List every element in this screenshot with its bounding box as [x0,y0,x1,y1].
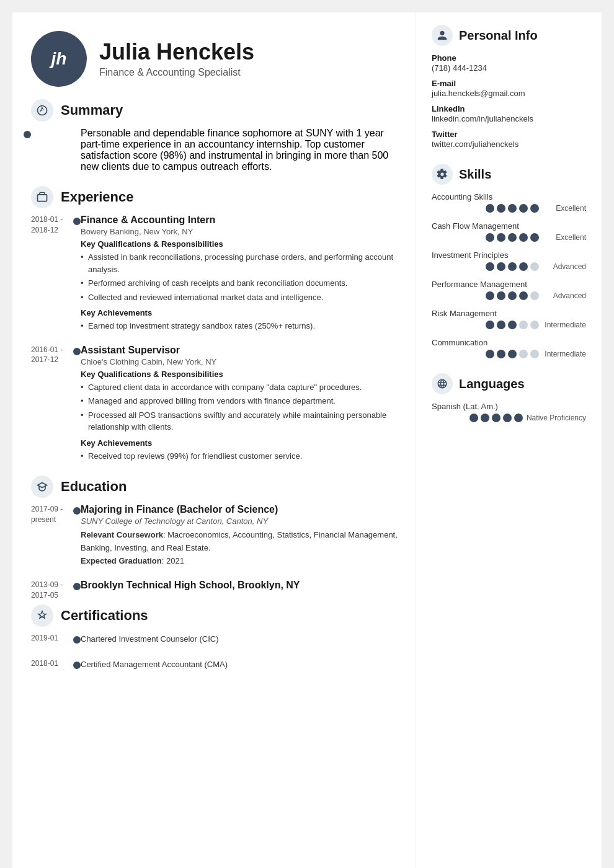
skill-dot [519,204,528,213]
left-column: jh Julia Henckels Finance & Accounting S… [12,12,416,868]
resume-container: jh Julia Henckels Finance & Accounting S… [12,12,602,868]
personal-info-fields: Phone (718) 444-1234 E-mail julia.hencke… [432,53,586,149]
languages-section: Languages Spanish (Lat. Am.) Native Prof… [432,373,586,422]
skill-dot [508,262,517,271]
timeline-dot [73,218,81,225]
experience-company: Bowery Banking, New York, NY [81,227,403,236]
skill-level: Advanced [543,262,586,271]
skill-dot [497,321,505,329]
education-degree-title: Brooklyn Technical High School, Brooklyn… [81,580,403,591]
experience-item: 2016-01 - 2017-12 Assistant Supervisor C… [81,345,403,463]
skill-dot [486,233,494,242]
list-item: Earned top investment strategy sandbox r… [81,320,403,332]
personal-info-row: E-mail julia.henckels@gmail.com [432,79,586,98]
timeline-dot [73,662,81,669]
experience-date: 2018-01 - 2018-12 [31,215,74,236]
list-item: Managed and approved billing from vendor… [81,395,403,407]
skill-dot [486,350,494,358]
timeline-dot [73,583,81,590]
skills-gear-icon [437,169,448,180]
certifications-section-header: Certifications [31,604,403,627]
skill-bar-row: Advanced [432,262,586,271]
skill-dot [508,291,517,300]
language-dots [469,414,523,422]
skill-dot [508,350,517,358]
experience-content: Finance & Accounting Intern Bowery Banki… [81,215,403,332]
list-item: Assisted in bank reconciliations, proces… [81,251,403,275]
education-icon [31,476,53,498]
skill-dot [486,204,494,213]
language-name: Spanish (Lat. Am.) [432,402,586,411]
personal-info-label: LinkedIn [432,104,586,113]
skills-icon [432,164,453,185]
personal-info-header: Personal Info [432,25,586,46]
skill-dot [486,262,494,271]
skill-bar-row: Intermediate [432,321,586,329]
education-institution: SUNY College of Technology at Canton, Ca… [81,516,403,526]
skill-name: Performance Management [432,280,586,289]
cert-content: Certified Management Accountant (CMA) [81,658,403,671]
language-level: Native Proficiency [527,414,586,422]
right-column: Personal Info Phone (718) 444-1234 E-mai… [416,12,602,868]
experience-section: Experience 2018-01 - 2018-12 Finance & A… [31,186,403,462]
list-item: Performed archiving of cash receipts and… [81,277,403,290]
certificate-icon [36,609,48,622]
cert-date: 2019-01 [31,633,74,644]
skill-item: Risk Management Intermediate [432,309,586,329]
achievements-heading: Key Achievements [81,308,403,317]
personal-info-value: linkedin.com/in/juliahenckels [432,114,586,123]
skill-item: Communication Intermediate [432,338,586,358]
achievements-heading: Key Achievements [81,438,403,448]
skill-bar-row: Excellent [432,233,586,242]
skill-dot [530,204,539,213]
timeline-dot [73,507,81,515]
skills-header: Skills [432,164,586,185]
skill-dots [486,262,539,271]
education-degree-title: Majoring in Finance (Bachelor of Science… [81,504,403,515]
certification-item: 2018-01Certified Management Accountant (… [81,658,403,671]
education-title: Education [61,479,127,495]
graduation-icon [36,480,48,493]
job-title: Finance & Accounting Specialist [99,67,254,78]
personal-info-row: Phone (718) 444-1234 [432,53,586,73]
personal-info-value: julia.henckels@gmail.com [432,89,586,98]
language-dot [481,414,489,422]
personal-info-row: LinkedIn linkedin.com/in/juliahenckels [432,104,586,123]
skill-dot [519,262,528,271]
skill-dot [497,262,505,271]
qualifications-heading: Key Qualifications & Responsibilities [81,239,403,249]
personal-info-label: Twitter [432,130,586,139]
skill-bar-row: Advanced [432,291,586,300]
personal-info-icon [432,25,453,46]
skill-level: Excellent [543,204,586,213]
skills-section: Skills Accounting Skills Excellent Cash … [432,164,586,358]
full-name: Julia Henckels [99,40,254,64]
list-item: Collected and reviewed international mar… [81,291,403,304]
cert-text: Certified Management Accountant (CMA) [81,658,403,671]
summary-section: Summary Personable and dependable financ… [31,99,403,172]
experience-timeline: 2018-01 - 2018-12 Finance & Accounting I… [31,215,403,462]
skill-level: Advanced [543,291,586,300]
certifications-icon [31,604,53,627]
skill-dot [519,233,528,242]
skill-dots [486,204,539,213]
experience-icon [31,186,53,208]
timeline-dot [73,636,81,644]
personal-info-row: Twitter twitter.com/juliahenckels [432,130,586,149]
education-timeline: 2017-09 - presentMajoring in Finance (Ba… [31,504,403,591]
personal-info-value: (718) 444-1234 [432,63,586,73]
skill-dot [530,350,539,358]
summary-dot [24,131,31,138]
experience-job-title: Assistant Supervisor [81,345,403,356]
languages-title: Languages [459,377,525,391]
list-item: Captured client data in accordance with … [81,381,403,394]
skills-title: Skills [459,167,491,182]
person-icon [437,30,448,41]
language-dot [492,414,501,422]
language-bar-row: Native Proficiency [432,414,586,422]
skill-item: Investment Principles Advanced [432,250,586,271]
experience-date: 2016-01 - 2017-12 [31,345,74,366]
education-section-header: Education [31,476,403,498]
briefcase-icon [36,191,48,203]
experience-section-header: Experience [31,186,403,208]
